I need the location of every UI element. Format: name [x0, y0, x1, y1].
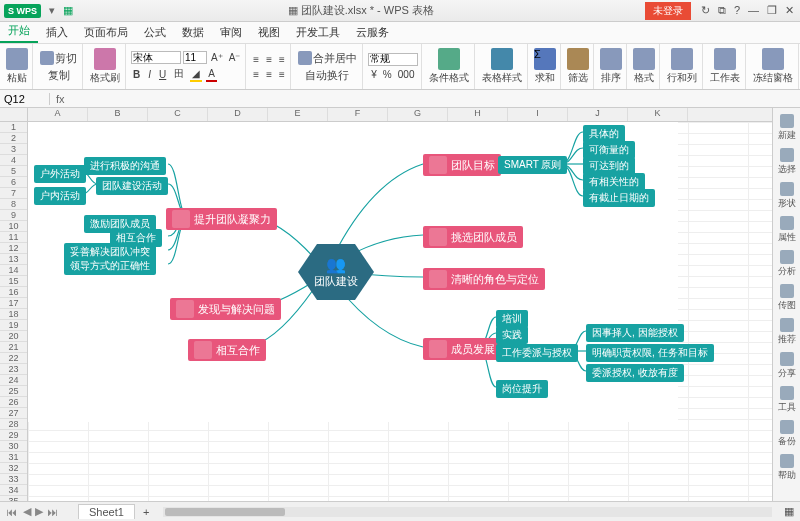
col-header[interactable]: F [328, 108, 388, 121]
node-member-dev[interactable]: 成员发展 [423, 338, 501, 360]
close-icon[interactable]: ✕ [785, 4, 794, 17]
sheet-tab[interactable]: Sheet1 [78, 504, 135, 519]
border-button[interactable]: 田 [172, 66, 186, 82]
row-header[interactable]: 13 [0, 254, 27, 265]
row-header[interactable]: 34 [0, 485, 27, 496]
row-header[interactable]: 16 [0, 287, 27, 298]
restore-icon[interactable]: ⧉ [718, 4, 726, 17]
node-outdoor[interactable]: 户外活动 [34, 165, 86, 183]
node-smart[interactable]: SMART 原则 [498, 156, 567, 174]
font-color-button[interactable]: A [206, 66, 217, 82]
align-top-button[interactable]: ≡ [251, 53, 261, 66]
node-delegate[interactable]: 工作委派与授权 [496, 344, 578, 362]
row-header[interactable]: 10 [0, 221, 27, 232]
format-button[interactable]: 格式 [632, 70, 656, 86]
decrease-font-button[interactable]: A⁻ [227, 51, 243, 64]
row-header[interactable]: 14 [0, 265, 27, 276]
underline-button[interactable]: U [157, 66, 168, 82]
merge-button[interactable]: 合并居中 [296, 50, 359, 67]
help-icon[interactable]: ? [734, 4, 740, 17]
col-header[interactable]: H [448, 108, 508, 121]
sidepane-1[interactable]: 选择 [775, 148, 799, 176]
row-header[interactable]: 5 [0, 166, 27, 177]
align-right-button[interactable]: ≡ [277, 68, 287, 81]
number-format-select[interactable] [368, 53, 418, 66]
menu-tab-8[interactable]: 云服务 [348, 22, 397, 43]
node-promote[interactable]: 岗位提升 [496, 380, 548, 398]
align-bot-button[interactable]: ≡ [277, 53, 287, 66]
nav-first-button[interactable]: ⏮ [0, 506, 23, 518]
cond-format-button[interactable]: 条件格式 [427, 70, 471, 86]
sync-icon[interactable]: ↻ [701, 4, 710, 17]
col-header[interactable]: D [208, 108, 268, 121]
cut-button[interactable]: 剪切 [38, 50, 79, 67]
col-header[interactable]: A [28, 108, 88, 121]
row-header[interactable]: 22 [0, 353, 27, 364]
row-header[interactable]: 33 [0, 474, 27, 485]
horizontal-scrollbar[interactable] [163, 507, 772, 517]
paste-button[interactable]: 粘贴 [5, 70, 29, 86]
worksheet-button[interactable]: 工作表 [708, 70, 742, 86]
font-select[interactable] [131, 51, 181, 64]
row-header[interactable]: 6 [0, 177, 27, 188]
comma-button[interactable]: 000 [396, 68, 417, 81]
row-header[interactable]: 12 [0, 243, 27, 254]
node-del-1[interactable]: 明确职责权限, 任务和目标 [586, 344, 714, 362]
row-header[interactable]: 3 [0, 144, 27, 155]
node-coop[interactable]: 相互合作 [188, 339, 266, 361]
nav-last-button[interactable]: ⏭ [47, 506, 58, 518]
row-header[interactable]: 11 [0, 232, 27, 243]
row-header[interactable]: 24 [0, 375, 27, 386]
nav-prev-button[interactable]: ◀ [23, 505, 31, 518]
row-header[interactable]: 32 [0, 463, 27, 474]
col-header[interactable]: J [568, 108, 628, 121]
node-select-members[interactable]: 挑选团队成员 [423, 226, 523, 248]
align-center-button[interactable]: ≡ [264, 68, 274, 81]
dropdown-icon[interactable]: ▾ [45, 4, 59, 17]
node-roles[interactable]: 清晰的角色与定位 [423, 268, 545, 290]
row-header[interactable]: 23 [0, 364, 27, 375]
sum-button[interactable]: 求和 [533, 70, 557, 86]
row-header[interactable]: 15 [0, 276, 27, 287]
node-solve[interactable]: 发现与解决问题 [170, 298, 281, 320]
minimize-icon[interactable]: — [748, 4, 759, 17]
row-header[interactable]: 18 [0, 309, 27, 320]
fx-icon[interactable]: fx [50, 93, 71, 105]
sidepane-5[interactable]: 传图 [775, 284, 799, 312]
node-leadership[interactable]: 领导方式的正确性 [64, 257, 156, 275]
sidepane-7[interactable]: 分享 [775, 352, 799, 380]
format-painter-button[interactable]: 格式刷 [88, 70, 122, 86]
row-header[interactable]: 26 [0, 397, 27, 408]
table-style-button[interactable]: 表格样式 [480, 70, 524, 86]
col-header[interactable]: B [88, 108, 148, 121]
login-button[interactable]: 未登录 [645, 2, 691, 20]
italic-button[interactable]: I [146, 66, 153, 82]
filter-button[interactable]: 筛选 [566, 70, 590, 86]
sidepane-10[interactable]: 帮助 [775, 454, 799, 482]
menu-tab-3[interactable]: 公式 [136, 22, 174, 43]
maximize-icon[interactable]: ❐ [767, 4, 777, 17]
add-sheet-button[interactable]: + [135, 505, 157, 519]
copy-button[interactable]: 复制 [46, 67, 72, 84]
node-practice[interactable]: 实践 [496, 326, 528, 344]
node-team-goal[interactable]: 团队目标 [423, 154, 501, 176]
row-header[interactable]: 21 [0, 342, 27, 353]
currency-button[interactable]: ¥ [369, 68, 379, 81]
node-cohesion[interactable]: 提升团队凝聚力 [166, 208, 277, 230]
fill-color-button[interactable]: ◢ [190, 66, 202, 82]
row-header[interactable]: 8 [0, 199, 27, 210]
row-header[interactable]: 28 [0, 419, 27, 430]
row-header[interactable]: 2 [0, 133, 27, 144]
sidepane-4[interactable]: 分析 [775, 250, 799, 278]
row-header[interactable]: 20 [0, 331, 27, 342]
node-smart-4[interactable]: 有截止日期的 [583, 189, 655, 207]
sidepane-6[interactable]: 推荐 [775, 318, 799, 346]
node-comm[interactable]: 进行积极的沟通 [84, 157, 166, 175]
bold-button[interactable]: B [131, 66, 142, 82]
fontsize-select[interactable] [183, 51, 207, 64]
wrap-button[interactable]: 自动换行 [303, 67, 351, 84]
view-normal-button[interactable]: ▦ [778, 505, 800, 518]
row-header[interactable]: 29 [0, 430, 27, 441]
row-header[interactable]: 25 [0, 386, 27, 397]
freeze-button[interactable]: 冻结窗格 [751, 70, 795, 86]
